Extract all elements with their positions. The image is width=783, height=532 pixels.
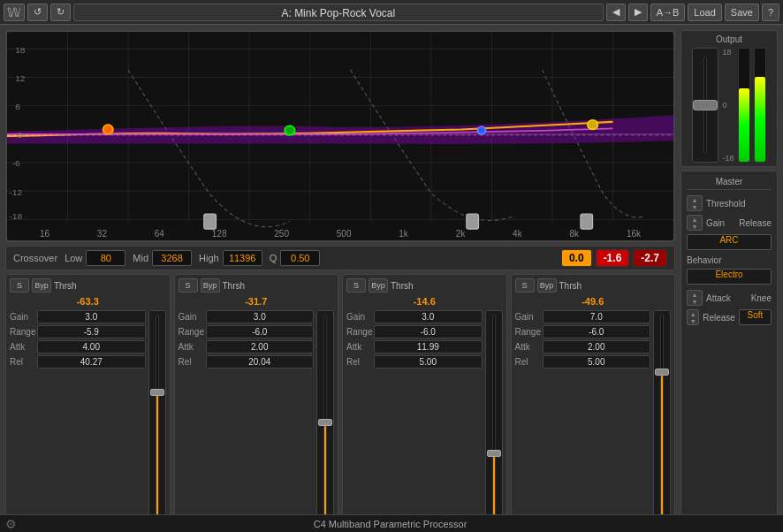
master-attack-spinner-down[interactable]: ▼ bbox=[688, 298, 702, 305]
high-label: High bbox=[199, 253, 219, 263]
master-gain-spinner-up[interactable]: ▲ bbox=[688, 216, 702, 223]
master-gain-spinner[interactable]: ▲ ▼ bbox=[687, 215, 703, 231]
band3-s-button[interactable]: S bbox=[346, 278, 366, 293]
band2-thrsh-header: Thrsh bbox=[223, 281, 246, 291]
master-behavior-row: Behavior bbox=[687, 255, 772, 265]
band3-attk-val: 11.99 bbox=[374, 340, 483, 353]
prev-preset-button[interactable]: ◀ bbox=[606, 4, 626, 21]
svg-point-20 bbox=[285, 125, 294, 135]
master-gain-spinner-down[interactable]: ▼ bbox=[688, 223, 702, 230]
band2-range-val: -6.0 bbox=[206, 325, 315, 338]
band4-thrsh-val: -49.6 bbox=[582, 296, 604, 307]
master-threshold-spinner[interactable]: ▲ ▼ bbox=[687, 195, 703, 211]
master-electro-dropdown[interactable]: Electro bbox=[687, 269, 772, 285]
band1-params: Gain 3.0 Range -5.9 Attk 4.00 Rel bbox=[10, 310, 146, 522]
band4-gain-row: Gain 7.0 bbox=[515, 310, 651, 323]
output-db-labels: 18 0 -18 bbox=[722, 48, 734, 163]
band4-fader-fill bbox=[661, 376, 663, 517]
band1-content: Gain 3.0 Range -5.9 Attk 4.00 Rel bbox=[10, 310, 166, 522]
master-attack-spinner[interactable]: ▲ ▼ bbox=[687, 290, 703, 306]
band4-attk-label: Attk bbox=[515, 342, 540, 352]
mid-input[interactable] bbox=[152, 250, 192, 266]
band3-fader-fill bbox=[493, 457, 495, 517]
output-fader-track[interactable] bbox=[692, 48, 718, 163]
db-bot-label: -18 bbox=[722, 154, 734, 163]
save-button[interactable]: Save bbox=[725, 4, 759, 21]
band1-attk-label: Attk bbox=[10, 342, 34, 352]
q-input[interactable] bbox=[280, 250, 320, 266]
band1-range-row: Range -5.9 bbox=[10, 325, 146, 338]
redo-button[interactable]: ↻ bbox=[50, 4, 71, 21]
band1-s-button[interactable]: S bbox=[10, 278, 29, 293]
settings-icon[interactable]: ⚙ bbox=[5, 517, 17, 531]
master-arc-dropdown[interactable]: ARC bbox=[687, 234, 772, 250]
num-badge-3: -2.7 bbox=[633, 249, 667, 267]
waves-logo-icon: 𝕎 bbox=[4, 4, 25, 21]
band3-fader-track[interactable] bbox=[492, 315, 496, 518]
band3-rel-val: 5.00 bbox=[374, 355, 483, 369]
band4-fader-track[interactable] bbox=[660, 315, 664, 518]
band2-s-button[interactable]: S bbox=[179, 278, 198, 293]
band4-fader-thumb[interactable] bbox=[655, 369, 669, 376]
eq-canvas: 18 12 6 0 -6 -12 -18 bbox=[7, 32, 673, 240]
band1-byp-button[interactable]: Byp bbox=[32, 278, 51, 293]
output-meter-1-fill bbox=[739, 88, 749, 162]
band1-range-val: -5.9 bbox=[37, 325, 146, 338]
load-button[interactable]: Load bbox=[688, 4, 721, 21]
band4-s-button[interactable]: S bbox=[515, 278, 535, 293]
band2-attk-row: Attk 2.00 bbox=[179, 340, 315, 353]
crossover-low-field: Low bbox=[65, 250, 125, 266]
spinner-up-icon[interactable]: ▲ bbox=[688, 196, 702, 203]
spinner-down-icon[interactable]: ▼ bbox=[688, 203, 702, 210]
band2-gain-row: Gain 3.0 bbox=[179, 310, 315, 323]
band2-rel-val: 20.04 bbox=[206, 355, 315, 369]
band2-params: Gain 3.0 Range -6.0 Attk 2.00 Rel bbox=[179, 310, 315, 522]
band4-gain-label: Gain bbox=[515, 312, 540, 322]
band3-gain-val: 3.0 bbox=[374, 310, 483, 323]
band3-range-label: Range bbox=[346, 327, 371, 337]
band4-fader bbox=[653, 310, 671, 522]
output-meter-1 bbox=[738, 48, 750, 163]
master-attack-spinner-up[interactable]: ▲ bbox=[688, 291, 702, 298]
band3-content: Gain 3.0 Range -6.0 Attk 11.99 Rel bbox=[346, 310, 503, 522]
master-attack-row: ▲ ▼ Attack Knee bbox=[687, 290, 772, 306]
band3-byp-button[interactable]: Byp bbox=[369, 278, 388, 293]
band2-range-row: Range -6.0 bbox=[179, 325, 315, 338]
band4-byp-button[interactable]: Byp bbox=[537, 278, 557, 293]
band1-header: S Byp Thrsh bbox=[10, 278, 166, 293]
master-release-spinner-up[interactable]: ▲ bbox=[688, 310, 698, 317]
help-button[interactable]: ? bbox=[762, 4, 779, 21]
output-fader-thumb[interactable] bbox=[693, 100, 718, 110]
band4-rel-val: 5.00 bbox=[543, 355, 651, 369]
band3-fader-thumb[interactable] bbox=[487, 450, 501, 457]
svg-text:-12: -12 bbox=[9, 187, 22, 197]
master-release-spinner-down[interactable]: ▼ bbox=[688, 317, 698, 324]
output-meter-2-fill bbox=[755, 77, 765, 162]
next-preset-button[interactable]: ▶ bbox=[628, 4, 648, 21]
band2-fader bbox=[316, 310, 334, 522]
band1-fader-track[interactable] bbox=[156, 315, 159, 518]
band2-gain-label: Gain bbox=[179, 312, 203, 322]
master-threshold-row: ▲ ▼ Threshold bbox=[687, 195, 772, 211]
high-input[interactable] bbox=[223, 250, 262, 266]
master-release-spinner[interactable]: ▲ ▼ bbox=[687, 309, 699, 325]
svg-text:-6: -6 bbox=[12, 159, 21, 169]
db-mid-label: 0 bbox=[722, 101, 734, 110]
band4-gain-val: 7.0 bbox=[543, 310, 651, 323]
band4-params: Gain 7.0 Range -6.0 Attk 2.00 Rel bbox=[515, 310, 651, 522]
master-soft-dropdown[interactable]: Soft bbox=[739, 309, 772, 325]
preset-name: A: Mink Pop-Rock Vocal bbox=[73, 4, 604, 21]
low-label: Low bbox=[65, 253, 82, 263]
band2-fader-thumb[interactable] bbox=[318, 419, 332, 426]
band2-byp-button[interactable]: Byp bbox=[201, 278, 220, 293]
master-gain-label: Gain bbox=[706, 218, 735, 228]
undo-button[interactable]: ↺ bbox=[27, 4, 48, 21]
band2-range-label: Range bbox=[179, 327, 203, 337]
num-badge-1: 0.0 bbox=[561, 249, 592, 267]
low-input[interactable] bbox=[86, 250, 125, 266]
band1-fader-thumb[interactable] bbox=[150, 389, 164, 396]
output-fader-section bbox=[692, 48, 718, 163]
band1-fader-fill bbox=[156, 396, 158, 517]
ab-button[interactable]: A→B bbox=[650, 4, 686, 21]
band2-fader-track[interactable] bbox=[323, 315, 327, 518]
